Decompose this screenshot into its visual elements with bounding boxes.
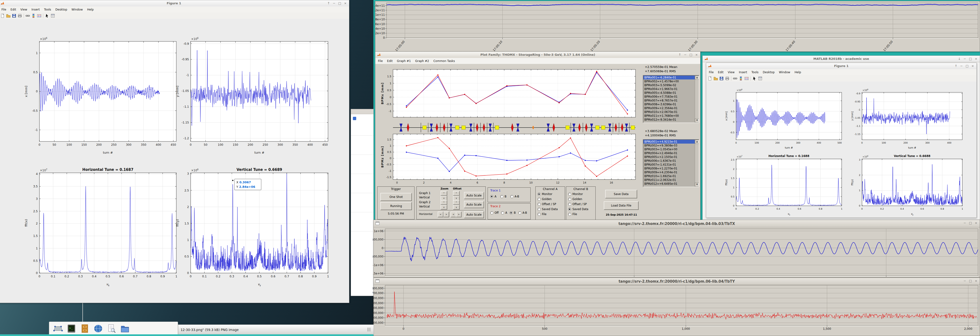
file-manager-icon[interactable] bbox=[120, 323, 130, 334]
close-icon[interactable]: × bbox=[971, 64, 974, 68]
minimize-icon[interactable]: − bbox=[684, 53, 687, 56]
pointer-icon[interactable] bbox=[45, 14, 49, 18]
radio-monitor[interactable]: Monitor bbox=[538, 192, 558, 196]
minimize-icon[interactable]: − bbox=[333, 2, 336, 5]
radio-golden[interactable]: Golden bbox=[538, 197, 558, 201]
menu-item-edit[interactable]: Edit bbox=[8, 7, 18, 12]
link-icon[interactable] bbox=[733, 76, 737, 81]
list-item[interactable]: BPMz010=-1.6925e-01 bbox=[643, 174, 696, 178]
list-item[interactable]: BPMx006=+7.7583e-01 bbox=[643, 95, 696, 99]
print-icon[interactable] bbox=[18, 14, 22, 18]
list-item[interactable]: BPMz008=+1.2270e-01 bbox=[643, 166, 696, 170]
radio-icon[interactable] bbox=[568, 198, 571, 201]
radio-offset-sp[interactable]: Offset / SP bbox=[568, 202, 589, 206]
radio-saved-data[interactable]: Saved Data bbox=[538, 208, 558, 211]
radio-icon[interactable] bbox=[568, 213, 571, 216]
background-window-titlebar[interactable] bbox=[351, 109, 374, 114]
radio-a[interactable]: A bbox=[490, 195, 496, 198]
list-item[interactable]: BPMx010=+2.0670e-01 bbox=[643, 110, 696, 114]
bpmx-listbox[interactable]: BPMx001=-6.2840e-01BPMx002=+1.4578e+00BP… bbox=[643, 75, 699, 123]
graph2-zoom-down-button[interactable]: v bbox=[441, 205, 447, 210]
list-item[interactable]: BPMx002=+1.4578e+00 bbox=[643, 80, 696, 83]
minimize-icon[interactable]: − bbox=[964, 221, 966, 225]
menu-item-graph-1[interactable]: Graph #1 bbox=[395, 58, 413, 64]
list-item[interactable]: BPMx011=+1.7680e+00 bbox=[643, 114, 696, 118]
scroll-up-icon[interactable]: ▲ bbox=[695, 76, 699, 80]
dock-icon[interactable]: ↑ bbox=[955, 64, 957, 68]
radio-icon[interactable] bbox=[568, 193, 571, 196]
list-item[interactable]: BPMz011=-2.0632e-01 bbox=[643, 178, 696, 182]
list-item[interactable]: BPMx007=+8.7657e-01 bbox=[643, 99, 696, 102]
maximize-icon[interactable]: □ bbox=[969, 57, 972, 61]
list-item[interactable]: BPMx004=+1.9667e-01 bbox=[643, 87, 696, 91]
list-item[interactable]: BPMz009=+4.2304e-01 bbox=[643, 170, 696, 174]
minimize-icon[interactable]: − bbox=[964, 57, 966, 61]
menu-item-graph-2[interactable]: Graph #2 bbox=[413, 58, 431, 64]
running-button[interactable]: Running bbox=[380, 202, 412, 210]
background-window[interactable] bbox=[351, 109, 374, 296]
tbty-titlebar[interactable]: tango://srv-2.thomx.fr:20000/ri-c1/dg/bp… bbox=[374, 278, 980, 285]
list-item[interactable]: BPMz003=-1.0545e+00 bbox=[643, 147, 696, 151]
menu-item-edit[interactable]: Edit bbox=[716, 70, 725, 75]
print-icon[interactable] bbox=[725, 76, 729, 81]
graph2-zoom-up-button[interactable]: ^ bbox=[441, 200, 447, 205]
pointer-icon[interactable] bbox=[752, 76, 757, 81]
maximize-icon[interactable]: □ bbox=[966, 64, 969, 68]
close-icon[interactable]: × bbox=[975, 57, 977, 61]
colorbar-icon[interactable] bbox=[739, 76, 743, 81]
link-icon[interactable] bbox=[25, 14, 30, 18]
radio-icon[interactable] bbox=[501, 211, 504, 214]
menu-item-file[interactable]: File bbox=[376, 58, 385, 64]
list-item[interactable]: BPMx001=-6.2840e-01 bbox=[643, 76, 696, 80]
radio-file[interactable]: File bbox=[568, 213, 589, 216]
radio-icon[interactable] bbox=[490, 195, 493, 198]
maximize-icon[interactable]: □ bbox=[338, 2, 341, 5]
graph1-zoom-up-button[interactable]: ^ bbox=[441, 191, 447, 196]
shapes-icon[interactable] bbox=[53, 323, 63, 334]
radio-golden[interactable]: Golden bbox=[568, 197, 589, 201]
menu-item-window[interactable]: Window bbox=[777, 70, 792, 75]
radio-a[interactable]: A bbox=[501, 211, 507, 214]
radio-icon[interactable] bbox=[568, 203, 571, 206]
menu-item-insert[interactable]: Insert bbox=[737, 70, 749, 75]
list-item[interactable]: BPMz006=-1.6367e-01 bbox=[643, 159, 696, 163]
document-search-icon[interactable] bbox=[107, 323, 116, 334]
maximize-icon[interactable]: □ bbox=[969, 221, 972, 225]
horizontal-left-button[interactable]: < bbox=[438, 211, 444, 217]
graph1-offset-up-button[interactable]: ^ bbox=[453, 191, 460, 196]
radio-icon[interactable] bbox=[538, 198, 541, 201]
scroll-down-icon[interactable]: ▼ bbox=[695, 118, 699, 123]
graph1-zoom-down-button[interactable]: v bbox=[441, 196, 447, 200]
radio-b[interactable]: B bbox=[500, 195, 506, 198]
open-folder-icon[interactable] bbox=[6, 14, 11, 18]
menu-item-edit[interactable]: Edit bbox=[385, 58, 395, 64]
horizontal-zoom-out-button[interactable]: < bbox=[450, 211, 456, 217]
list-item[interactable]: BPMx009=+2.3564e-01 bbox=[643, 106, 696, 110]
radio-icon[interactable] bbox=[538, 203, 541, 206]
scroll-up-icon[interactable]: ▲ bbox=[695, 140, 699, 144]
list-item[interactable]: BPMx012=-9.3414e-01 bbox=[643, 118, 696, 122]
radio-icon[interactable] bbox=[538, 193, 541, 196]
radio-icon[interactable] bbox=[509, 211, 513, 214]
tbtx-titlebar[interactable]: tango://srv-2.thomx.fr:20000/ri-c1/dg/bp… bbox=[374, 220, 980, 227]
horizontal-zoom-in-button[interactable]: > bbox=[456, 211, 461, 217]
save-icon[interactable] bbox=[12, 14, 16, 18]
close-icon[interactable]: × bbox=[975, 279, 977, 283]
list-item[interactable]: BPMz001=+4.9215e-01 bbox=[643, 140, 696, 144]
list-item[interactable]: BPMx005=-4.5088e-01 bbox=[643, 91, 696, 95]
horizontal-autoscale-button[interactable]: Auto Scale bbox=[464, 211, 484, 218]
menu-item-insert[interactable]: Insert bbox=[29, 7, 42, 12]
maximize-icon[interactable]: □ bbox=[689, 53, 692, 56]
radio-a-b[interactable]: A-B bbox=[518, 211, 527, 214]
dock-icon[interactable]: ↑ bbox=[327, 2, 330, 5]
menu-item-tools[interactable]: Tools bbox=[42, 7, 53, 12]
menu-item-window[interactable]: Window bbox=[69, 7, 85, 12]
matlab-titlebar[interactable]: MATLAB R2018b - academic use ↓−□× bbox=[703, 56, 980, 62]
menu-item-tools[interactable]: Tools bbox=[749, 70, 761, 75]
radio-icon[interactable] bbox=[568, 208, 571, 211]
list-item[interactable]: BPMz002=+9.3808e-03 bbox=[643, 144, 696, 147]
list-item[interactable]: BPMz007=-1.4131e-01 bbox=[643, 163, 696, 166]
close-icon[interactable]: × bbox=[975, 221, 977, 225]
close-icon[interactable]: × bbox=[344, 2, 347, 5]
plot-browser-icon[interactable] bbox=[51, 14, 55, 18]
